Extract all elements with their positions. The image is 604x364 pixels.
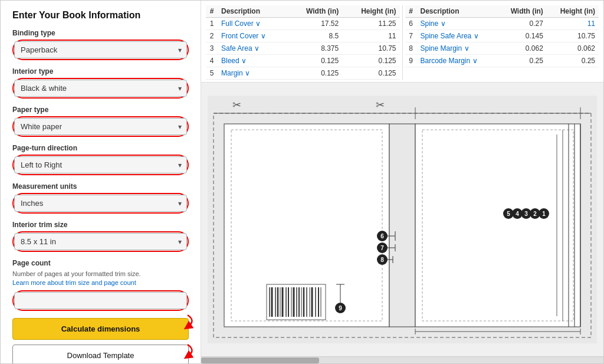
page-count-label: Page count	[12, 259, 189, 267]
paper-type-group: Paper type White paper Cream paper	[12, 106, 189, 137]
label-2-text: 2	[533, 211, 537, 217]
table-row: 6 Spine ∨ 0.27 11	[405, 18, 599, 30]
interior-type-group: Interior type Black & white Standard col…	[12, 67, 189, 99]
label-8-text: 8	[380, 257, 384, 263]
col-desc-right: Description	[417, 5, 498, 18]
calculate-button[interactable]: Calculate dimensions	[12, 318, 189, 340]
page-count-note: Number of pages at your formatted trim s…	[12, 270, 189, 288]
binding-type-group: Binding type Paperback Hardcover	[12, 29, 189, 60]
table-divider	[402, 5, 403, 80]
diagram-area: ✂ ✂ kindle direct publishing SELF-PUBLIS…	[201, 83, 603, 356]
trim-size-label: Interior trim size	[12, 221, 189, 229]
col-num-right: #	[405, 5, 417, 18]
scroll-thumb[interactable]	[201, 358, 319, 363]
col-width-left: Width (in)	[288, 5, 343, 18]
page-count-group: Page count Number of pages at your forma…	[12, 259, 189, 311]
label-5-text: 5	[507, 211, 510, 217]
table-right: # Description Width (in) Height (in) 6 S…	[405, 5, 599, 80]
button-row: Calculate dimensions Download Template R…	[12, 318, 189, 363]
interior-type-label: Interior type	[12, 67, 189, 76]
interior-type-select[interactable]: Black & white Standard color Premium col…	[14, 80, 187, 97]
table-row: 3 Safe Area ∨ 8.375 10.75	[206, 42, 400, 55]
col-num-left: #	[206, 5, 218, 18]
paper-type-label: Paper type	[12, 106, 189, 114]
col-height-right: Height (in)	[547, 5, 599, 18]
label-7-text: 7	[380, 245, 384, 251]
col-height-left: Height (in)	[342, 5, 399, 18]
trim-size-link[interactable]: Learn more about trim size and page coun…	[12, 279, 136, 286]
trim-size-group: Interior trim size 8.5 x 11 in 6 x 9 in …	[12, 221, 189, 252]
table-row: 1 Full Cover ∨ 17.52 11.25	[206, 18, 400, 30]
table-row: 8 Spine Margin ∨ 0.062 0.062	[405, 42, 599, 55]
label-9-text: 9	[339, 305, 342, 311]
download-button[interactable]: Download Template	[12, 345, 189, 363]
table-row: 7 Spine Safe Area ∨ 0.145 10.75	[405, 30, 599, 42]
table-row: 9 Barcode Margin ∨ 0.25 0.25	[405, 55, 599, 67]
trim-size-select[interactable]: 8.5 x 11 in 6 x 9 in 5.5 x 8.5 in	[14, 233, 187, 250]
scroll-bar[interactable]	[201, 356, 603, 363]
measurement-label: Measurement units	[12, 182, 189, 191]
label-6-text: 6	[380, 233, 384, 240]
label-1-text: 1	[542, 211, 546, 217]
page-turn-select[interactable]: Left to Right Right to Left	[14, 156, 187, 173]
measurement-group: Measurement units Inches Centimeters Mil…	[12, 182, 189, 214]
paper-type-select[interactable]: White paper Cream paper	[14, 118, 187, 135]
binding-type-select[interactable]: Paperback Hardcover	[14, 41, 187, 58]
label-3-text: 3	[524, 211, 528, 217]
col-width-right: Width (in)	[498, 5, 547, 18]
table-row: 4 Bleed ∨ 0.125 0.125	[206, 55, 400, 67]
left-panel: Enter Your Book Information Binding type…	[1, 1, 201, 363]
binding-type-label: Binding type	[12, 29, 189, 37]
page-turn-group: Page-turn direction Left to Right Right …	[12, 144, 189, 175]
front-cover	[415, 124, 580, 327]
measurement-select[interactable]: Inches Centimeters Millimeters	[14, 195, 187, 212]
right-panel: # Description Width (in) Height (in) 1 F…	[201, 1, 603, 363]
label-4-text: 4	[516, 211, 519, 217]
scissors-icon-2: ✂	[376, 99, 385, 111]
diagram-svg: ✂ ✂ kindle direct publishing SELF-PUBLIS…	[208, 96, 597, 343]
page-turn-label: Page-turn direction	[12, 144, 189, 152]
page-title: Enter Your Book Information	[12, 10, 189, 21]
table-row: 2 Front Cover ∨ 8.5 11	[206, 30, 400, 42]
scissors-icon: ✂	[232, 99, 241, 111]
table-area: # Description Width (in) Height (in) 1 F…	[201, 1, 603, 83]
table-left: # Description Width (in) Height (in) 1 F…	[206, 5, 400, 80]
spine-area	[389, 124, 415, 327]
page-count-input[interactable]: 120	[14, 292, 187, 309]
col-desc-left: Description	[218, 5, 288, 18]
table-row: 5 Margin ∨ 0.125 0.125	[206, 67, 400, 80]
